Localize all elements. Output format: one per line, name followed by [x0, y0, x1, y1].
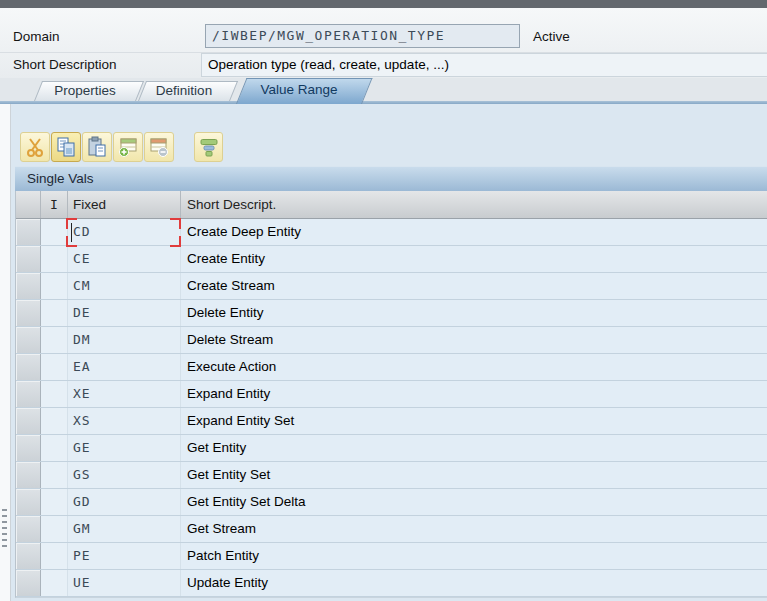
table-row: UE Update Entity — [16, 570, 767, 597]
fixed-value-cell[interactable]: DM — [68, 327, 181, 353]
domain-label: Domain — [13, 29, 60, 44]
fixed-value-cell[interactable]: CM — [68, 273, 181, 299]
grid-header-row: I Fixed Short Descript. — [16, 191, 767, 219]
table-row: GS Get Entity Set — [16, 462, 767, 489]
paste-button[interactable] — [82, 132, 112, 162]
short-description-cell[interactable]: Create Deep Entity — [181, 219, 767, 245]
fixed-value-cell[interactable]: GM — [68, 516, 181, 542]
short-description-cell[interactable]: Execute Action — [181, 354, 767, 380]
filter-icon — [198, 136, 220, 158]
column-header-indicator[interactable]: I — [41, 191, 68, 218]
short-description-cell[interactable]: Create Stream — [181, 273, 767, 299]
indicator-cell[interactable] — [41, 489, 68, 515]
fixed-value-cell[interactable]: EA — [68, 354, 181, 380]
indicator-cell[interactable] — [41, 570, 68, 596]
table-row: EA Execute Action — [16, 354, 767, 381]
row-selector-cell[interactable] — [16, 435, 41, 461]
short-description-cell[interactable]: Get Entity Set — [181, 462, 767, 488]
fixed-value-cell[interactable]: CE — [68, 246, 181, 272]
indicator-cell[interactable] — [41, 462, 68, 488]
tab-definition[interactable]: Definition — [138, 81, 230, 101]
indicator-cell[interactable] — [41, 246, 68, 272]
filter-button[interactable] — [194, 132, 223, 162]
fixed-value-cell[interactable]: GD — [68, 489, 181, 515]
status-text: Active — [533, 29, 570, 44]
table-row: XS Expand Entity Set — [16, 408, 767, 435]
row-selector-cell[interactable] — [16, 543, 41, 569]
fixed-value-cell[interactable]: UE — [68, 570, 181, 596]
table-row: PE Patch Entity — [16, 543, 767, 570]
indicator-cell[interactable] — [41, 300, 68, 326]
indicator-cell[interactable] — [41, 273, 68, 299]
column-header-selector[interactable] — [16, 191, 41, 218]
domain-value-field[interactable]: /IWBEP/MGW_OPERATION_TYPE — [205, 24, 520, 48]
table-row: GM Get Stream — [16, 516, 767, 543]
indicator-cell[interactable] — [41, 516, 68, 542]
copy-button[interactable] — [51, 132, 81, 162]
row-selector-cell[interactable] — [16, 219, 41, 245]
fixed-value-cell[interactable]: GE — [68, 435, 181, 461]
row-selector-cell[interactable] — [16, 273, 41, 299]
row-selector-cell[interactable] — [16, 408, 41, 434]
indicator-cell[interactable] — [41, 219, 68, 245]
row-selector-cell[interactable] — [16, 381, 41, 407]
grid-title-bar: Single Vals — [15, 166, 767, 191]
indicator-cell[interactable] — [41, 435, 68, 461]
column-header-fixed[interactable]: Fixed — [68, 191, 181, 218]
row-selector-cell[interactable] — [16, 570, 41, 596]
indicator-cell[interactable] — [41, 543, 68, 569]
left-margin — [0, 104, 11, 601]
table-row: CM Create Stream — [16, 273, 767, 300]
short-description-label: Short Description — [13, 57, 117, 72]
tab-properties[interactable]: Properties — [34, 81, 136, 101]
fixed-value-cell[interactable]: PE — [68, 543, 181, 569]
fixed-value-cell[interactable]: CD — [68, 219, 181, 245]
row-selector-cell[interactable] — [16, 246, 41, 272]
indicator-cell[interactable] — [41, 408, 68, 434]
short-description-cell[interactable]: Expand Entity Set — [181, 408, 767, 434]
cut-icon — [24, 136, 46, 158]
short-description-cell[interactable]: Patch Entity — [181, 543, 767, 569]
fixed-value-cell[interactable]: XS — [68, 408, 181, 434]
row-selector-cell[interactable] — [16, 516, 41, 542]
fixed-value-cell[interactable]: XE — [68, 381, 181, 407]
row-selector-cell[interactable] — [16, 300, 41, 326]
short-description-cell[interactable]: Get Entity Set Delta — [181, 489, 767, 515]
table-row: DE Delete Entity — [16, 300, 767, 327]
table-row: DM Delete Stream — [16, 327, 767, 354]
table-row: CE Create Entity — [16, 246, 767, 273]
domain-header-form: Domain /IWBEP/MGW_OPERATION_TYPE Active … — [0, 8, 767, 78]
indicator-cell[interactable] — [41, 354, 68, 380]
window-chrome-strip — [0, 0, 767, 8]
short-description-cell[interactable]: Delete Stream — [181, 327, 767, 353]
copy-icon — [55, 136, 77, 158]
short-description-cell[interactable]: Expand Entity — [181, 381, 767, 407]
splitter-handle[interactable] — [2, 509, 7, 547]
indicator-cell[interactable] — [41, 381, 68, 407]
row-selector-cell[interactable] — [16, 354, 41, 380]
short-description-cell[interactable]: Delete Entity — [181, 300, 767, 326]
short-description-field[interactable]: Operation type (read, create, update, ..… — [201, 53, 767, 77]
delete-row-button[interactable] — [144, 132, 174, 162]
paste-icon — [86, 136, 108, 158]
tab-value-range[interactable]: Value Range — [236, 78, 362, 104]
cut-button[interactable] — [20, 132, 50, 162]
insert-row-button[interactable] — [113, 132, 143, 162]
row-selector-cell[interactable] — [16, 327, 41, 353]
row-selector-cell[interactable] — [16, 462, 41, 488]
column-header-short-descript[interactable]: Short Descript. — [181, 191, 767, 218]
short-description-cell[interactable]: Create Entity — [181, 246, 767, 272]
table-row: GE Get Entity — [16, 435, 767, 462]
row-selector-cell[interactable] — [16, 489, 41, 515]
short-description-cell[interactable]: Get Stream — [181, 516, 767, 542]
insert-row-icon — [117, 136, 139, 158]
short-description-cell[interactable]: Update Entity — [181, 570, 767, 596]
text-cursor — [71, 223, 72, 242]
short-description-cell[interactable]: Get Entity — [181, 435, 767, 461]
single-vals-grid: I Fixed Short Descript. CD Create Deep E… — [15, 191, 767, 598]
indicator-cell[interactable] — [41, 327, 68, 353]
table-row: GD Get Entity Set Delta — [16, 489, 767, 516]
fixed-value-cell[interactable]: GS — [68, 462, 181, 488]
fixed-value-cell[interactable]: DE — [68, 300, 181, 326]
table-row: CD Create Deep Entity — [16, 219, 767, 246]
